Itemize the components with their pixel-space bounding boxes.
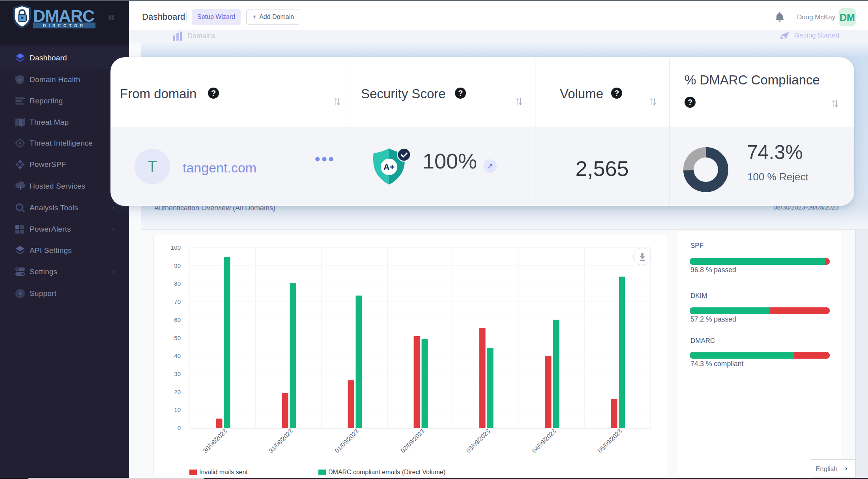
svg-text:30: 30 — [174, 370, 181, 377]
svg-text:20: 20 — [174, 389, 181, 395]
svg-text:05/09/2023: 05/09/2023 — [597, 428, 623, 454]
svg-text:30/08/2023: 30/08/2023 — [202, 428, 228, 454]
svg-text:10: 10 — [174, 406, 181, 413]
svg-text:A+: A+ — [383, 162, 395, 172]
svg-text:02/09/2023: 02/09/2023 — [399, 428, 426, 454]
svg-text:80: 80 — [174, 280, 181, 287]
svg-text:01/09/2023: 01/09/2023 — [333, 428, 360, 454]
svg-text:04/09/2023: 04/09/2023 — [531, 428, 557, 454]
svg-text:70: 70 — [174, 298, 181, 305]
svg-text:0: 0 — [178, 425, 181, 431]
svg-text:DIRECTOR: DIRECTOR — [43, 24, 86, 28]
svg-text:40: 40 — [174, 352, 181, 359]
svg-text:03/09/2023: 03/09/2023 — [465, 428, 491, 454]
svg-text:100: 100 — [171, 244, 181, 251]
svg-text:31/08/2023: 31/08/2023 — [268, 428, 294, 454]
svg-text:DMARC: DMARC — [33, 6, 94, 25]
svg-text:60: 60 — [174, 316, 181, 323]
svg-text:50: 50 — [174, 335, 181, 341]
svg-text:90: 90 — [174, 262, 181, 269]
